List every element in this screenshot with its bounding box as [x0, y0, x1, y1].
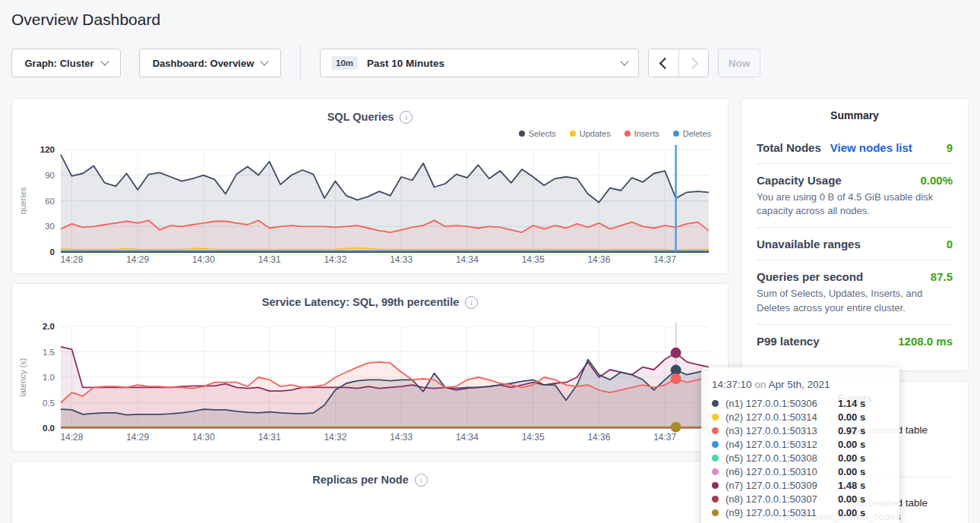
- now-button[interactable]: Now: [718, 49, 760, 77]
- divider: [757, 324, 953, 325]
- dashboard-dropdown[interactable]: Dashboard: Overview: [139, 49, 281, 77]
- svg-text:1.0: 1.0: [43, 373, 55, 382]
- chart-plot-1[interactable]: 0.00.51.01.52.014:2814:2914:3014:3114:32…: [12, 311, 728, 446]
- tooltip-node-value: 0.00 s: [838, 466, 865, 477]
- view-nodes-list-link[interactable]: View nodes list: [830, 141, 912, 154]
- summary-row: Total NodesView nodes list9: [757, 141, 953, 154]
- summary-panel: Summary Total NodesView nodes list9Capac…: [741, 98, 969, 371]
- summary-row-value: 87.5: [931, 270, 953, 283]
- time-prev-button[interactable]: [649, 49, 678, 77]
- tooltip-node-label: (n8) 127.0.0.1:50307: [726, 493, 838, 505]
- summary-row-value: 1208.0 ms: [898, 335, 953, 348]
- hover-dot: [671, 373, 681, 384]
- summary-row: Queries per second87.5: [757, 270, 953, 283]
- tooltip-header: 14:37:10 on Apr 5th, 2021: [712, 379, 889, 390]
- svg-text:14:29: 14:29: [126, 432, 149, 443]
- summary-row: Capacity Usage0.00%: [757, 174, 953, 187]
- series-color-dot: [712, 468, 719, 475]
- tooltip-node-value: 0.00 s: [838, 493, 865, 505]
- page-title: Overview Dashboard: [11, 11, 980, 29]
- y-axis-label: latency (s): [18, 358, 27, 397]
- legend-color-dot: [519, 131, 525, 137]
- legend-label: Inserts: [634, 129, 659, 138]
- replicas-per-node-chart-card: Replicas per Nodei: [11, 461, 729, 523]
- tooltip-on: on: [754, 379, 766, 390]
- legend-item-deletes: Deletes: [673, 129, 711, 138]
- svg-text:120: 120: [40, 145, 55, 154]
- chart-title: Replicas per Node: [312, 474, 409, 486]
- summary-row-description: You are using 0 B of 4.5 GiB usable disk…: [757, 191, 953, 218]
- time-range-dropdown[interactable]: 10m Past 10 Minutes: [320, 49, 639, 77]
- tooltip-date: Apr 5th, 2021: [768, 379, 830, 390]
- summary-row-label: Unavailable ranges: [757, 238, 861, 250]
- time-next-button[interactable]: [678, 49, 708, 77]
- svg-text:14:30: 14:30: [192, 432, 215, 443]
- tooltip-node-value: 1.14 s: [838, 398, 865, 409]
- tooltip-node-value: 0.97 s: [838, 425, 865, 436]
- tooltip-row: (n5) 127.0.0.1:503080.00 s: [712, 451, 889, 465]
- series-color-dot: [712, 509, 719, 516]
- svg-text:14:32: 14:32: [324, 254, 346, 265]
- chevron-right-icon: [687, 57, 699, 69]
- series-color-dot: [712, 427, 719, 434]
- chevron-left-icon: [659, 57, 671, 69]
- divider: [757, 163, 953, 164]
- overview-dashboard-page: Overview Dashboard Graph: Cluster Dashbo…: [0, 11, 980, 523]
- svg-text:14:36: 14:36: [587, 432, 610, 443]
- charts-column: SQL QueriesiSelectsUpdatesInsertsDeletes…: [11, 98, 729, 523]
- series-color-dot: [712, 414, 719, 421]
- legend-label: Selects: [529, 129, 556, 138]
- summary-title: Summary: [757, 109, 953, 121]
- tooltip-row: (n4) 127.0.0.1:503120.00 s: [712, 437, 889, 451]
- tooltip-node-value: 0.00 s: [838, 439, 865, 450]
- svg-text:60: 60: [45, 197, 55, 206]
- svg-text:14:33: 14:33: [390, 254, 413, 265]
- chevron-down-icon: [100, 57, 109, 65]
- info-icon[interactable]: i: [415, 474, 428, 487]
- tooltip-node-value: 0.00 s: [838, 452, 865, 464]
- svg-text:14:29: 14:29: [126, 254, 149, 265]
- series-color-dot: [712, 496, 719, 503]
- info-icon[interactable]: i: [400, 111, 413, 124]
- summary-row-label: Queries per second: [757, 270, 863, 283]
- y-axis-label: queries: [18, 187, 27, 215]
- legend-item-updates: Updates: [570, 129, 611, 138]
- tooltip-node-value: 0.00 s: [838, 507, 865, 518]
- chart-plot-0[interactable]: 030609012014:2814:2914:3014:3114:3214:33…: [12, 140, 728, 269]
- summary-row-value: 9: [947, 141, 953, 154]
- tooltip-node-value: 0.00 s: [838, 411, 865, 423]
- graph-dropdown[interactable]: Graph: Cluster: [11, 49, 121, 77]
- svg-text:14:32: 14:32: [324, 432, 346, 443]
- summary-row-label: Capacity Usage: [757, 174, 842, 187]
- tooltip-node-label: (n5) 127.0.0.1:50308: [726, 452, 838, 464]
- series-color-dot: [712, 455, 719, 462]
- tooltip-node-label: (n7) 127.0.0.1:50309: [726, 480, 838, 491]
- info-icon[interactable]: i: [465, 296, 478, 309]
- legend-color-dot: [673, 131, 679, 137]
- tooltip-row: (n3) 127.0.0.1:503130.97 s: [712, 424, 889, 437]
- summary-row-value: 0.00%: [920, 174, 953, 187]
- divider: [757, 260, 953, 260]
- time-pager: [648, 49, 709, 77]
- tooltip-node-label: (n3) 127.0.0.1:50313: [726, 425, 838, 436]
- time-range-label: Past 10 Minutes: [367, 58, 444, 69]
- sql-queries-chart-card: SQL QueriesiSelectsUpdatesInsertsDeletes…: [11, 98, 729, 274]
- series-color-dot: [712, 482, 719, 489]
- svg-text:14:28: 14:28: [60, 432, 83, 443]
- svg-text:14:37: 14:37: [653, 254, 676, 265]
- svg-text:0.5: 0.5: [43, 399, 55, 408]
- svg-text:14:34: 14:34: [456, 254, 479, 265]
- svg-text:14:35: 14:35: [522, 254, 545, 265]
- summary-row: Unavailable ranges0: [757, 238, 953, 250]
- legend-label: Updates: [580, 129, 611, 138]
- svg-text:0.0: 0.0: [43, 424, 55, 433]
- chart-title-row: Replicas per Nodei: [12, 471, 728, 489]
- svg-text:1.5: 1.5: [43, 348, 55, 357]
- legend-label: Deletes: [683, 129, 711, 138]
- tooltip-row: (n8) 127.0.0.1:503070.00 s: [712, 492, 889, 506]
- summary-row-label: Total Nodes: [757, 141, 821, 154]
- tooltip-node-label: (n1) 127.0.0.1:50306: [726, 398, 838, 409]
- chart-legend: SelectsUpdatesInsertsDeletes: [12, 128, 728, 140]
- dashboard-dropdown-label: Dashboard: Overview: [153, 58, 254, 69]
- summary-row-description: Sum of Selects, Updates, Inserts, and De…: [757, 287, 953, 314]
